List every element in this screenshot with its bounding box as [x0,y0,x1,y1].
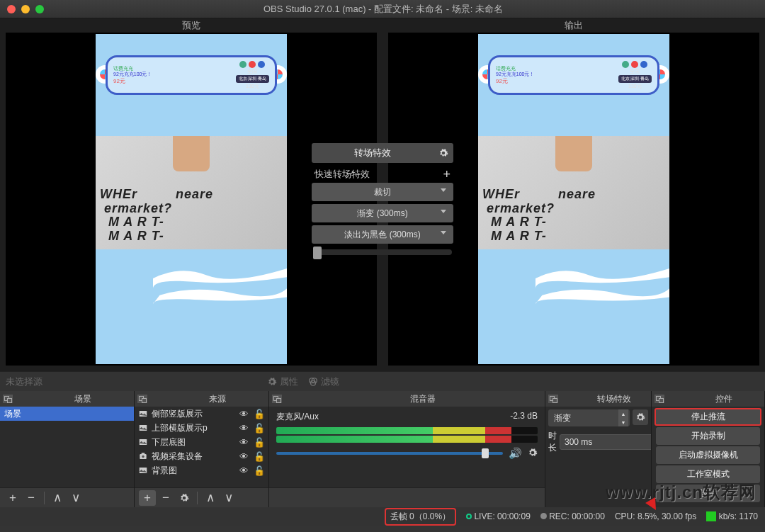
lock-icon[interactable]: 🔓 [253,423,266,434]
cpu-status: CPU: 8.5%, 30.00 fps [615,511,696,521]
volume-slider[interactable] [276,452,503,455]
sources-title: 来源 [169,393,266,405]
transition-select[interactable]: 渐变▲▼ [548,409,630,426]
transition-controls: 转场特效 快速转场特效 + 裁切 渐变 (300ms) 淡出为黑色 (300ms… [312,143,453,255]
dropped-frames: 丢帧 0（0.0%） [385,508,456,526]
source-item[interactable]: 背景图👁🔓 [135,463,268,477]
svg-rect-4 [140,425,147,431]
eye-icon[interactable]: 👁 [237,465,250,476]
dock-tab-icon[interactable] [548,395,558,403]
window-title: OBS Studio 27.0.1 (mac) - 配置文件: 未命名 - 场景… [8,3,758,16]
wave-bg: 清凉一夏 最新折扣优惠人到位 扫码领取最新优惠 全国 北京·深圳·青岛 130元 [96,249,287,364]
quick-transition-label: 快速转场特效 [314,168,370,181]
transition-button[interactable]: 转场特效 [312,143,434,163]
titlebar: OBS Studio 27.0.1 (mac) - 配置文件: 未命名 - 场景… [0,0,765,18]
preview-label: 预览 [0,18,382,31]
preview-area: 预览 话费充充 92元充充100元！ 92元 全国 北京·深圳·青岛 130元 [0,18,765,371]
duration-input[interactable] [560,434,651,450]
scene-up-button[interactable]: ∧ [49,490,66,506]
fadeblack-dropdown[interactable]: 淡出为黑色 (300ms) [312,225,453,244]
output-label: 输出 [382,18,765,31]
start-record-button[interactable]: 开始录制 [656,427,760,445]
audio-meter [276,436,538,443]
preview-content: 话费充充 92元充充100元！ 92元 全国 北京·深圳·青岛 130元 [96,34,287,364]
virtual-camera-button[interactable]: 启动虚拟摄像机 [656,446,760,464]
speaker-icon[interactable]: 🔊 [509,447,522,460]
duration-label: 时长 [548,430,557,454]
promo-banner: 话费充充 92元充充100元！ 92元 全国 北京·深圳·青岛 130元 [106,55,277,95]
source-item[interactable]: 视频采集设备👁🔓 [135,449,268,463]
gear-icon[interactable] [528,448,538,460]
channel-db: -2.3 dB [510,411,538,423]
stop-stream-button[interactable]: 停止推流 [654,408,761,426]
remove-scene-button[interactable]: − [23,490,40,506]
cut-dropdown[interactable]: 裁切 [312,183,453,201]
mixer-dock: 混音器 麦克风/Aux-2.3 dB 🔊 [269,391,545,507]
source-item[interactable]: 下层底图👁🔓 [135,435,268,449]
dock-tab-icon[interactable] [272,395,282,403]
remove-source-button[interactable]: − [157,490,174,506]
rec-status: REC: 00:00:00 [540,511,605,521]
add-source-button[interactable]: + [139,490,156,506]
controls-title: 控件 [686,393,761,405]
dock-tab-icon[interactable] [3,395,13,403]
audio-meter [276,427,538,434]
scene-item[interactable]: 场景 [0,407,134,421]
eye-icon[interactable]: 👁 [237,423,250,434]
lock-icon[interactable]: 🔓 [253,465,266,476]
fade-dropdown[interactable]: 渐变 (300ms) [312,204,453,222]
camera-image [96,136,287,249]
scene-down-button[interactable]: ∨ [67,490,84,506]
mixer-channel: 麦克风/Aux-2.3 dB 🔊 [269,407,545,464]
source-item[interactable]: 上部横版展示p👁🔓 [135,421,268,435]
watermark: www.rjtj.cn软荐网 [606,481,756,504]
gear-icon[interactable] [434,148,453,158]
transitions-title: 转场特效 [579,393,648,405]
eye-icon[interactable]: 👁 [237,437,250,448]
channel-name: 麦克风/Aux [276,411,319,423]
dock-tab-icon[interactable] [137,395,147,403]
sources-dock: 来源 侧部竖版展示👁🔓 上部横版展示p👁🔓 下层底图👁🔓 视频采集设备👁🔓 背景… [135,391,269,507]
transition-slider[interactable] [313,249,452,255]
source-settings-button[interactable] [176,490,193,506]
no-source-label: 未选择源 [6,375,42,388]
live-status: LIVE: 00:00:09 [466,511,531,521]
svg-rect-8 [142,453,145,454]
image-icon [137,437,149,447]
scenes-title: 场景 [34,393,131,405]
image-icon [137,409,149,419]
bitrate-status: kb/s: 1170 [706,511,758,522]
record-icon [540,513,547,519]
mixer-title: 混音器 [303,393,542,405]
image-icon [137,465,149,475]
eye-icon[interactable]: 👁 [237,409,250,419]
source-item[interactable]: 侧部竖版展示👁🔓 [135,407,268,421]
svg-rect-5 [140,439,147,445]
svg-point-7 [142,455,144,458]
lock-icon[interactable]: 🔓 [253,437,266,448]
output-content: 话费充充92元充充100元！92元全国北京·深圳·青岛130元 清凉一夏最新折扣… [478,34,669,364]
svg-rect-3 [140,411,147,417]
camera-icon [137,451,149,461]
add-scene-button[interactable]: + [4,490,21,506]
image-icon [137,423,149,433]
svg-rect-9 [140,468,147,473]
dock-tab-icon[interactable] [654,395,664,403]
live-icon [466,514,472,519]
lock-icon[interactable]: 🔓 [253,409,266,419]
plus-icon[interactable]: + [443,167,450,182]
properties-button: 属性 [267,375,298,388]
source-up-button[interactable]: ∧ [202,490,219,506]
source-down-button[interactable]: ∨ [220,490,237,506]
lock-icon[interactable]: 🔓 [253,451,266,462]
status-indicator-icon [706,511,716,521]
source-toolbar: 未选择源 属性 滤镜 [0,371,765,391]
gear-icon[interactable] [633,409,648,425]
scenes-dock: 场景 场景 + − ∧ ∨ [0,391,135,507]
eye-icon[interactable]: 👁 [237,451,250,462]
filters-button: 滤镜 [308,375,339,388]
